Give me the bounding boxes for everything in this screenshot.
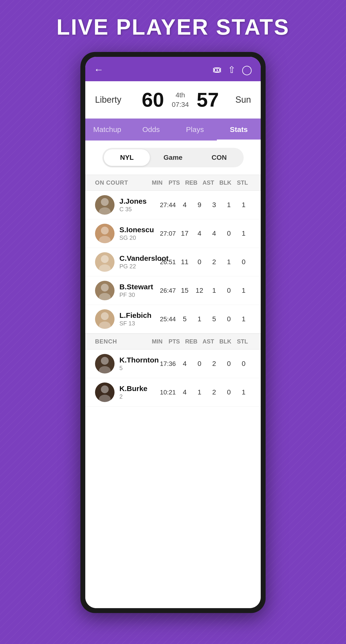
player-avatar <box>95 252 115 272</box>
game-info: 4th 07:34 <box>172 90 189 109</box>
svg-point-11 <box>99 366 111 374</box>
col-blk: BLK <box>217 179 234 186</box>
ticket-icon[interactable]: 🎟 <box>212 64 222 75</box>
page-title: LIVE PLAYER STATS <box>56 15 290 40</box>
player-position: PG 22 <box>119 263 158 270</box>
stat-blk: 1 <box>221 258 236 266</box>
alert-icon[interactable]: ◯ <box>242 64 252 75</box>
stat-ast: 3 <box>207 201 221 209</box>
player-name: S.Ionescu <box>119 226 158 234</box>
player-avatar <box>95 382 115 402</box>
app-header: ← 🎟 ⇧ ◯ <box>85 57 261 81</box>
player-avatar <box>95 224 115 243</box>
stat-min: 25:44 <box>158 316 177 323</box>
stat-reb: 9 <box>192 201 207 209</box>
home-score: 60 <box>142 90 164 110</box>
stat-reb: 0 <box>192 360 207 368</box>
pill-nyl[interactable]: NYL <box>104 149 150 166</box>
player-info: L.Fiebich SF 13 <box>119 311 158 327</box>
stat-reb: 12 <box>192 287 207 294</box>
bench-col-min: MIN <box>149 338 166 345</box>
tab-plays[interactable]: Plays <box>173 118 217 140</box>
stats-container: ON COURT MIN PTS REB AST BLK STL J.Jones… <box>85 175 261 608</box>
tab-odds[interactable]: Odds <box>129 118 173 140</box>
stat-blk: 0 <box>221 388 236 396</box>
player-name: B.Stewart <box>119 283 158 291</box>
stat-min: 17:36 <box>158 360 177 368</box>
stat-ast: 4 <box>207 230 221 237</box>
col-ast: AST <box>200 179 217 186</box>
svg-point-7 <box>99 293 111 300</box>
player-name: K.Burke <box>119 384 158 393</box>
stat-stl: 0 <box>236 360 251 368</box>
svg-point-4 <box>101 255 109 263</box>
pill-group: NYL Game CON <box>102 148 244 167</box>
player-position: SF 13 <box>119 320 158 327</box>
player-position: SG 20 <box>119 234 158 241</box>
player-avatar <box>95 195 115 215</box>
team-selector: NYL Game CON <box>85 140 261 175</box>
stat-stl: 0 <box>236 258 251 266</box>
pill-con[interactable]: CON <box>196 149 242 166</box>
player-position: PF 30 <box>119 292 158 298</box>
player-avatar <box>95 354 115 374</box>
svg-point-1 <box>99 207 111 215</box>
stat-pts: 15 <box>177 287 192 294</box>
stat-ast: 2 <box>207 258 221 266</box>
stat-pts: 4 <box>177 388 192 396</box>
player-name: K.Thornton <box>119 356 158 364</box>
back-button[interactable]: ← <box>94 64 104 75</box>
stat-pts: 4 <box>177 360 192 368</box>
svg-point-12 <box>101 386 109 393</box>
stat-min: 10:21 <box>158 388 177 396</box>
stat-stl: 1 <box>236 287 251 294</box>
player-position: 2 <box>119 393 158 400</box>
player-name: L.Fiebich <box>119 311 158 320</box>
player-avatar <box>95 281 115 300</box>
stat-min: 27:44 <box>158 201 177 209</box>
away-score: 57 <box>197 90 219 110</box>
stat-ast: 2 <box>207 388 221 396</box>
stat-blk: 0 <box>221 315 236 323</box>
bench-label: BENCH <box>95 338 149 345</box>
player-row: B.Stewart PF 30 26:47 15 12 1 0 1 <box>85 276 261 305</box>
svg-point-3 <box>99 236 111 243</box>
player-info: K.Burke 2 <box>119 384 158 400</box>
stat-pts: 11 <box>177 258 192 266</box>
svg-point-6 <box>101 284 109 292</box>
player-info: S.Ionescu SG 20 <box>119 226 158 241</box>
pill-game[interactable]: Game <box>150 149 196 166</box>
away-team-name: Sun <box>227 95 251 105</box>
period: 4th <box>172 90 189 100</box>
player-row: K.Burke 2 10:21 4 1 2 0 1 <box>85 378 261 407</box>
stat-reb: 0 <box>192 258 207 266</box>
bench-players: K.Thornton 5 17:36 4 0 2 0 0 K.Burke 2 1… <box>85 350 261 407</box>
tab-matchup[interactable]: Matchup <box>85 118 129 140</box>
svg-point-0 <box>101 198 109 206</box>
stat-pts: 4 <box>177 201 192 209</box>
player-row: J.Jones C 35 27:44 4 9 3 1 1 <box>85 191 261 219</box>
svg-point-8 <box>101 312 109 320</box>
tab-stats[interactable]: Stats <box>217 118 261 140</box>
header-icons: 🎟 ⇧ ◯ <box>212 64 252 75</box>
bench-col-ast: AST <box>200 338 217 345</box>
player-info: K.Thornton 5 <box>119 356 158 372</box>
player-row: C.Vandersloot PG 22 26:51 11 0 2 1 0 <box>85 248 261 276</box>
player-avatar <box>95 309 115 329</box>
player-position: 5 <box>119 365 158 372</box>
stat-stl: 1 <box>236 315 251 323</box>
svg-point-9 <box>99 322 111 329</box>
col-pts: PTS <box>166 179 183 186</box>
bench-col-blk: BLK <box>217 338 234 345</box>
on-court-header: ON COURT MIN PTS REB AST BLK STL <box>85 175 261 191</box>
stat-reb: 4 <box>192 230 207 237</box>
stat-ast: 2 <box>207 360 221 368</box>
tabs-bar: Matchup Odds Plays Stats <box>85 118 261 140</box>
col-reb: REB <box>183 179 200 186</box>
share-icon[interactable]: ⇧ <box>228 64 236 75</box>
col-min: MIN <box>149 179 166 186</box>
stat-stl: 1 <box>236 230 251 237</box>
player-info: J.Jones C 35 <box>119 197 158 213</box>
stat-reb: 1 <box>192 315 207 323</box>
col-stl: STL <box>234 179 251 186</box>
